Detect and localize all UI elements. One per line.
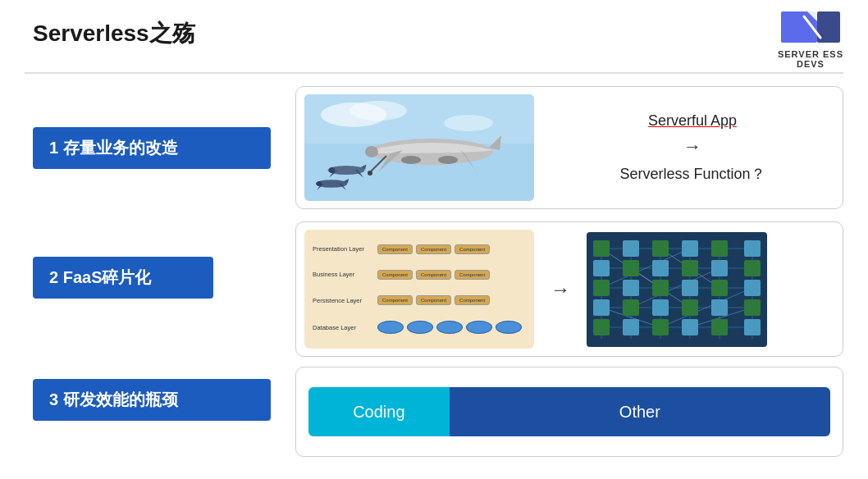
comp-b3: Component <box>455 270 490 280</box>
comp-b2: Component <box>416 270 451 280</box>
logo-area: SERVER ESS DEVS <box>778 11 843 69</box>
logo-line1: SERVER ESS <box>778 49 843 59</box>
database-layer-row: Database Layer <box>313 321 526 334</box>
svg-rect-45 <box>593 260 610 276</box>
svg-rect-41 <box>652 240 669 257</box>
svg-rect-61 <box>711 299 728 316</box>
persistence-label: Persistence Layer <box>313 297 374 304</box>
svg-rect-62 <box>744 299 761 316</box>
other-bar: Other <box>450 387 830 436</box>
airplane-image <box>304 94 534 201</box>
business-label: Business Layer <box>313 271 374 278</box>
svg-rect-49 <box>711 260 728 276</box>
db-oval-2 <box>407 321 433 334</box>
card1-arrow: → <box>683 136 701 157</box>
svg-rect-58 <box>623 299 639 316</box>
presentation-layer-row: Presentation Layer Component Component C… <box>313 244 526 254</box>
svg-rect-52 <box>623 280 639 296</box>
comp-p2: Component <box>416 244 451 254</box>
comp-b1: Component <box>377 270 413 280</box>
svg-rect-51 <box>593 280 610 296</box>
label-box-1: 1 存量业务的改造 <box>33 127 271 169</box>
presentation-label: Presentation Layer <box>313 245 374 253</box>
svg-point-10 <box>365 146 378 157</box>
logo-text: SERVER ESS DEVS <box>778 49 843 69</box>
persistence-layer-row: Persistence Layer Component Component Co… <box>313 295 526 305</box>
svg-rect-50 <box>744 260 761 276</box>
serverful-app-text: Serverful App <box>648 112 737 130</box>
svg-rect-65 <box>652 319 669 335</box>
comp-pe3: Component <box>455 295 490 305</box>
svg-rect-53 <box>652 280 669 296</box>
svg-rect-46 <box>623 260 639 276</box>
svg-rect-42 <box>682 240 698 257</box>
card2-arrow: → <box>550 278 570 301</box>
svg-rect-43 <box>711 240 728 257</box>
coding-bar: Coding <box>308 387 450 436</box>
svg-rect-63 <box>593 319 610 335</box>
database-label: Database Layer <box>313 324 374 331</box>
svg-rect-57 <box>593 299 610 316</box>
label-box-3: 3 研发效能的瓶颈 <box>33 379 271 421</box>
svg-rect-67 <box>711 319 728 335</box>
page-title: Serverless之殇 <box>33 18 195 49</box>
db-oval-1 <box>377 321 404 334</box>
business-layer-row: Business Layer Component Component Compo… <box>313 270 526 280</box>
svg-point-12 <box>438 156 458 164</box>
bar-chart: Coding Other <box>308 387 830 436</box>
svg-rect-64 <box>623 319 639 335</box>
svg-point-7 <box>349 101 407 121</box>
logo-line2: DEVS <box>778 59 843 69</box>
layers-diagram: Presentation Layer Component Component C… <box>304 230 534 349</box>
db-oval-4 <box>466 321 492 334</box>
card1-text-area: Serverful App → Serverless Function？ <box>542 104 843 192</box>
svg-rect-19 <box>587 232 767 347</box>
svg-rect-40 <box>623 240 639 257</box>
comp-p3: Component <box>455 244 490 254</box>
comp-pe1: Component <box>377 295 413 305</box>
svg-rect-66 <box>682 319 698 335</box>
svg-rect-47 <box>652 260 669 276</box>
db-oval-3 <box>436 321 463 334</box>
svg-rect-55 <box>711 280 728 296</box>
svg-point-14 <box>368 171 372 176</box>
svg-rect-60 <box>682 299 698 316</box>
svg-rect-39 <box>593 240 610 257</box>
svg-point-18 <box>317 181 322 186</box>
serverless-devs-logo <box>781 11 840 48</box>
svg-rect-56 <box>744 280 761 296</box>
card-2: Presentation Layer Component Component C… <box>295 221 843 357</box>
title-divider <box>25 72 843 74</box>
card-1: Serverful App → Serverless Function？ <box>295 86 843 209</box>
card-3: Coding Other <box>295 367 843 457</box>
svg-rect-54 <box>682 280 698 296</box>
svg-point-16 <box>329 167 335 173</box>
serverless-function-text: Serverless Function？ <box>619 164 765 184</box>
svg-rect-68 <box>744 319 761 335</box>
svg-rect-44 <box>744 240 761 257</box>
db-oval-5 <box>496 321 522 334</box>
svg-rect-48 <box>682 260 698 276</box>
comp-pe2: Component <box>416 295 451 305</box>
svg-rect-59 <box>652 299 669 316</box>
label-box-2: 2 FaaS碎片化 <box>33 257 213 299</box>
grid-diagram <box>587 232 767 347</box>
comp-p1: Component <box>377 244 413 254</box>
svg-point-11 <box>401 156 421 164</box>
svg-point-8 <box>444 115 493 131</box>
